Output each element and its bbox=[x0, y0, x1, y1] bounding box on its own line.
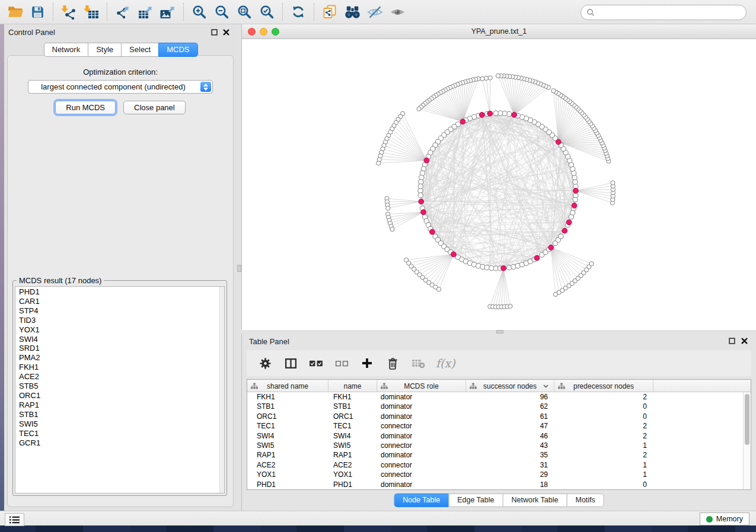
mcds-result-item[interactable]: SWI5 bbox=[15, 419, 224, 429]
mcds-result-item[interactable]: ACE2 bbox=[15, 372, 224, 382]
table-cell[interactable]: 31 bbox=[466, 460, 554, 470]
table-cell[interactable]: TEC1 bbox=[328, 421, 377, 431]
mcds-result-item[interactable]: STB1 bbox=[15, 410, 224, 419]
vertical-splitter[interactable] bbox=[237, 24, 241, 511]
search-input[interactable] bbox=[598, 7, 746, 18]
show-all-button[interactable] bbox=[386, 2, 409, 22]
table-row[interactable]: SWI4SWI4dominator462 bbox=[247, 431, 751, 441]
mcds-result-item[interactable]: PMA2 bbox=[15, 353, 224, 363]
table-cell[interactable]: SWI5 bbox=[247, 441, 328, 450]
delete-column-button[interactable] bbox=[385, 355, 400, 371]
close-panel-icon[interactable] bbox=[740, 337, 748, 345]
table-cell[interactable]: 1 bbox=[554, 460, 653, 470]
memory-button[interactable]: Memory bbox=[700, 512, 749, 525]
table-cell[interactable]: RAP1 bbox=[247, 450, 328, 460]
table-cell[interactable]: 18 bbox=[466, 480, 554, 489]
table-cell[interactable]: dominator bbox=[377, 412, 466, 421]
table-settings-button[interactable] bbox=[257, 355, 273, 371]
table-cell[interactable]: TEC1 bbox=[247, 421, 328, 431]
tab-network[interactable]: Network bbox=[43, 43, 88, 57]
export-image-button[interactable] bbox=[157, 2, 179, 22]
tab-style[interactable]: Style bbox=[88, 43, 122, 57]
function-builder-button[interactable]: f(x) bbox=[436, 355, 455, 371]
table-row[interactable]: ACE2ACE2connector311 bbox=[247, 460, 751, 470]
table-cell[interactable]: 1 bbox=[554, 470, 653, 479]
column-header-predecessor-nodes[interactable]: predecessor nodes bbox=[554, 380, 653, 392]
table-cell[interactable]: 1 bbox=[554, 441, 653, 450]
tab-network-table[interactable]: Network Table bbox=[503, 493, 567, 507]
table-cell[interactable]: connector bbox=[377, 421, 466, 431]
table-cell[interactable]: PHD1 bbox=[247, 480, 328, 489]
destroy-table-button[interactable] bbox=[410, 355, 426, 371]
table-cell[interactable]: dominator bbox=[377, 402, 466, 411]
table-cell[interactable]: STB1 bbox=[328, 402, 377, 411]
apply-layout-button[interactable] bbox=[287, 2, 310, 22]
table-cell[interactable]: dominator bbox=[377, 392, 466, 402]
table-cell[interactable]: SWI4 bbox=[328, 431, 377, 441]
mcds-result-item[interactable]: STB5 bbox=[15, 382, 224, 391]
table-row[interactable]: ORC1ORC1dominator610 bbox=[247, 412, 751, 421]
network-titlebar[interactable]: YPA_prune.txt_1 bbox=[242, 24, 756, 39]
table-cell[interactable]: FKH1 bbox=[247, 392, 328, 402]
export-network-button[interactable] bbox=[111, 2, 134, 22]
table-cell[interactable]: SWI5 bbox=[328, 441, 377, 450]
table-cell[interactable]: 96 bbox=[466, 392, 554, 402]
mcds-result-item[interactable]: RAP1 bbox=[15, 400, 224, 410]
save-session-button[interactable] bbox=[26, 2, 49, 22]
mcds-result-scrollbar[interactable] bbox=[219, 287, 224, 493]
zoom-out-button[interactable] bbox=[210, 2, 233, 22]
table-cell[interactable]: connector bbox=[377, 470, 466, 479]
mcds-result-item[interactable]: SWI4 bbox=[15, 335, 224, 344]
table-cell[interactable]: 0 bbox=[554, 402, 653, 411]
float-window-icon[interactable] bbox=[210, 28, 218, 36]
mcds-result-item[interactable]: TEC1 bbox=[15, 429, 224, 438]
mcds-result-item[interactable]: PHD1 bbox=[15, 287, 224, 297]
mcds-result-item[interactable]: TID3 bbox=[15, 316, 224, 325]
open-session-button[interactable] bbox=[4, 2, 26, 22]
share-network-button[interactable] bbox=[318, 2, 341, 22]
table-row[interactable]: STB1STB1dominator620 bbox=[247, 402, 751, 411]
show-column-button[interactable] bbox=[283, 355, 298, 371]
first-neighbors-button[interactable] bbox=[341, 2, 363, 22]
column-header-name[interactable]: name bbox=[328, 380, 377, 392]
column-header-shared-name[interactable]: shared name bbox=[247, 380, 328, 392]
table-cell[interactable]: connector bbox=[377, 460, 466, 470]
table-cell[interactable]: 2 bbox=[554, 450, 653, 460]
export-table-button[interactable] bbox=[134, 2, 157, 22]
hide-selected-button[interactable] bbox=[363, 2, 386, 22]
select-all-button[interactable] bbox=[308, 355, 324, 371]
zoom-in-button[interactable] bbox=[188, 2, 210, 22]
table-cell[interactable]: ORC1 bbox=[328, 412, 377, 421]
tab-motifs[interactable]: Motifs bbox=[566, 493, 604, 507]
table-row[interactable]: SWI5SWI5connector431 bbox=[247, 441, 751, 450]
mcds-result-item[interactable]: SRD1 bbox=[15, 344, 224, 353]
import-table-button[interactable] bbox=[80, 2, 103, 22]
zoom-selected-button[interactable] bbox=[256, 2, 278, 22]
table-cell[interactable]: dominator bbox=[377, 431, 466, 441]
table-cell[interactable]: dominator bbox=[377, 480, 466, 489]
mcds-result-item[interactable]: ORC1 bbox=[15, 391, 224, 400]
deselect-all-button[interactable] bbox=[334, 355, 349, 371]
mcds-result-item[interactable]: YOX1 bbox=[15, 325, 224, 335]
tab-select[interactable]: Select bbox=[121, 43, 159, 57]
table-cell[interactable]: ACE2 bbox=[328, 460, 377, 470]
mcds-result-item[interactable]: FKH1 bbox=[15, 363, 224, 372]
table-cell[interactable]: ACE2 bbox=[247, 460, 328, 470]
zoom-fit-button[interactable] bbox=[233, 2, 256, 22]
splitter-grip[interactable] bbox=[237, 265, 241, 272]
table-cell[interactable]: connector bbox=[377, 441, 466, 450]
table-scrollbar-thumb[interactable] bbox=[745, 394, 749, 445]
table-cell[interactable]: FKH1 bbox=[328, 392, 377, 402]
table-cell[interactable]: YOX1 bbox=[247, 470, 328, 479]
mcds-result-item[interactable]: GCR1 bbox=[15, 438, 224, 448]
table-cell[interactable]: 0 bbox=[554, 480, 653, 489]
column-header-mcds-role[interactable]: MCDS role bbox=[377, 380, 466, 392]
table-row[interactable]: PHD1PHD1dominator180 bbox=[247, 480, 751, 489]
table-cell[interactable]: 35 bbox=[466, 450, 554, 460]
table-cell[interactable]: 47 bbox=[466, 421, 554, 431]
mcds-result-item[interactable]: CAR1 bbox=[15, 297, 224, 306]
table-cell[interactable]: PHD1 bbox=[328, 480, 377, 489]
table-cell[interactable]: 62 bbox=[466, 402, 554, 411]
table-cell[interactable]: 43 bbox=[466, 441, 554, 450]
network-canvas[interactable] bbox=[242, 39, 756, 330]
